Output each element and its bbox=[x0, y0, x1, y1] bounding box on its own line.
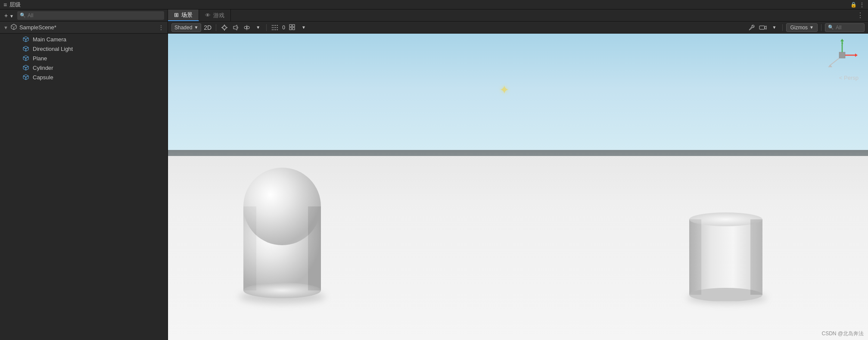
more-menu-button[interactable]: ⋮ bbox=[859, 2, 865, 8]
cylinder-object bbox=[687, 211, 765, 301]
scene-more-button[interactable]: ⋮ bbox=[158, 24, 164, 31]
capsule-object bbox=[237, 163, 327, 301]
svg-marker-10 bbox=[23, 57, 26, 61]
svg-marker-16 bbox=[23, 76, 26, 80]
search-icon: 🔍 bbox=[20, 12, 26, 18]
object-label: Main Camera bbox=[33, 36, 66, 43]
watermark: CSDN @北岛奔法 bbox=[821, 330, 864, 337]
svg-marker-52 bbox=[855, 53, 858, 57]
svg-line-53 bbox=[829, 58, 839, 66]
svg-marker-5 bbox=[26, 38, 28, 42]
hidden-toggle-button[interactable] bbox=[270, 23, 280, 32]
svg-marker-15 bbox=[23, 75, 28, 77]
cube-icon bbox=[22, 74, 29, 81]
svg-marker-7 bbox=[23, 47, 26, 51]
gizmos-button[interactable]: Gizmos ▼ bbox=[786, 23, 818, 32]
toolbar-separator-2 bbox=[266, 24, 267, 31]
svg-rect-32 bbox=[289, 28, 292, 30]
scene-canvas[interactable]: ✦ bbox=[168, 34, 868, 340]
grid-button[interactable] bbox=[288, 23, 297, 32]
scene-tools-button[interactable] bbox=[747, 23, 756, 32]
dropdown-arrow-btn[interactable]: ▼ bbox=[253, 23, 263, 32]
list-item[interactable]: Main Camera bbox=[0, 34, 168, 44]
svg-rect-41 bbox=[243, 206, 256, 290]
audio-button[interactable] bbox=[231, 23, 240, 32]
svg-rect-47 bbox=[750, 219, 762, 295]
separator-right bbox=[782, 24, 783, 31]
camera-button[interactable] bbox=[758, 23, 768, 32]
search-icon: 🔍 bbox=[828, 25, 834, 30]
cube-icon bbox=[22, 45, 29, 52]
cube-icon bbox=[22, 64, 29, 71]
svg-marker-4 bbox=[23, 38, 26, 42]
gizmo-widget[interactable]: y bbox=[825, 38, 859, 72]
list-item[interactable]: Plane bbox=[0, 53, 168, 63]
svg-marker-11 bbox=[26, 57, 28, 61]
svg-marker-17 bbox=[26, 76, 28, 80]
shaded-label: Shaded bbox=[174, 25, 192, 31]
svg-marker-8 bbox=[26, 47, 28, 51]
scene-search-input[interactable] bbox=[836, 25, 862, 31]
svg-rect-31 bbox=[292, 25, 295, 27]
hierarchy-panel: + ▼ 🔍 ▼ SampleScene* ⋮ bbox=[0, 9, 168, 340]
expand-arrow: ▼ bbox=[3, 25, 8, 30]
game-tab-icon: 👁 bbox=[205, 12, 211, 19]
tab-game[interactable]: 👁 游戏 bbox=[199, 9, 231, 21]
scene-search[interactable]: 🔍 bbox=[825, 23, 865, 32]
svg-marker-9 bbox=[23, 56, 28, 58]
list-item[interactable]: Cylinder bbox=[0, 63, 168, 72]
shaded-dropdown[interactable]: Shaded ▼ bbox=[171, 23, 201, 32]
dropdown-arrow: ▼ bbox=[194, 25, 198, 30]
svg-marker-23 bbox=[233, 25, 237, 30]
svg-marker-37 bbox=[765, 26, 766, 29]
persp-label: < Persp bbox=[839, 75, 859, 81]
scene-name: SampleScene* bbox=[19, 24, 158, 31]
scene-tab-icon: ⊞ bbox=[174, 12, 179, 18]
cube-icon bbox=[22, 55, 29, 62]
tab-more-button[interactable]: ⋮ bbox=[852, 9, 868, 21]
svg-rect-33 bbox=[292, 28, 295, 30]
tab-scene[interactable]: ⊞ 场景 bbox=[168, 9, 199, 21]
search-input[interactable] bbox=[28, 12, 162, 19]
top-menubar: ≡ 层级 🔒 ⋮ bbox=[0, 0, 868, 9]
toolbar-separator bbox=[216, 24, 216, 31]
lighting-button[interactable] bbox=[220, 23, 229, 32]
svg-marker-14 bbox=[26, 66, 28, 70]
hierarchy-items: Main Camera Directional Light bbox=[0, 34, 168, 340]
grid-dropdown[interactable]: ▼ bbox=[299, 23, 308, 32]
svg-marker-1 bbox=[11, 24, 16, 27]
svg-rect-42 bbox=[308, 206, 321, 290]
list-item[interactable]: Capsule bbox=[0, 72, 168, 82]
svg-rect-36 bbox=[759, 26, 765, 29]
list-item[interactable]: Directional Light bbox=[0, 44, 168, 53]
object-label: Capsule bbox=[33, 74, 53, 81]
effects-button[interactable] bbox=[242, 23, 252, 32]
2d-button[interactable]: 2D bbox=[203, 23, 212, 32]
main-layout: + ▼ 🔍 ▼ SampleScene* ⋮ bbox=[0, 9, 868, 340]
lock-button[interactable]: 🔒 bbox=[850, 2, 857, 8]
svg-line-35 bbox=[752, 25, 754, 27]
svg-rect-30 bbox=[289, 25, 292, 27]
scene-tab-label: 场景 bbox=[181, 11, 193, 19]
gizmos-label: Gizmos bbox=[790, 25, 808, 31]
object-label: Directional Light bbox=[33, 46, 73, 52]
svg-point-24 bbox=[244, 26, 247, 29]
hamburger-icon: ≡ bbox=[3, 1, 7, 8]
cube-icon bbox=[22, 36, 29, 43]
game-tab-label: 游戏 bbox=[213, 12, 224, 19]
svg-rect-46 bbox=[689, 219, 701, 295]
camera-dropdown[interactable]: ▼ bbox=[769, 23, 779, 32]
scene-toolbar: Shaded ▼ 2D bbox=[168, 22, 868, 34]
svg-rect-48 bbox=[839, 52, 845, 58]
svg-marker-13 bbox=[23, 66, 26, 70]
svg-marker-12 bbox=[23, 65, 28, 68]
scene-icon bbox=[11, 24, 17, 31]
toolbar-right: ▼ Gizmos ▼ 🔍 bbox=[747, 23, 865, 32]
separator-right-2 bbox=[821, 24, 821, 31]
hierarchy-toolbar: + ▼ 🔍 bbox=[0, 9, 168, 22]
search-box[interactable]: 🔍 bbox=[17, 11, 164, 20]
sun-icon: ✦ bbox=[499, 83, 509, 97]
svg-marker-6 bbox=[23, 46, 28, 49]
tab-bar: ⊞ 场景 👁 游戏 ⋮ bbox=[168, 9, 868, 22]
add-button[interactable]: + ▼ bbox=[3, 12, 15, 19]
